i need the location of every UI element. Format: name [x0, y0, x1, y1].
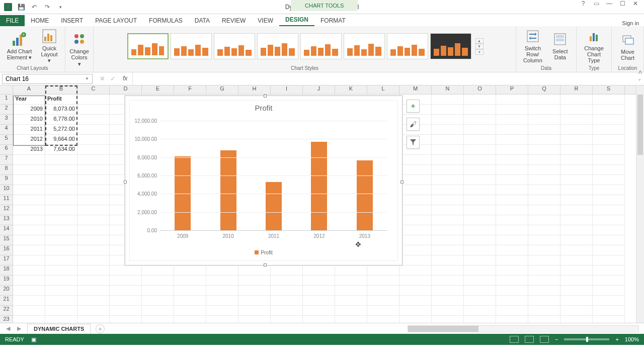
cell[interactable]: [13, 225, 45, 235]
cell[interactable]: [560, 165, 593, 175]
formula-bar-input[interactable]: [132, 72, 635, 85]
cell[interactable]: [367, 265, 399, 276]
switch-row-column-button[interactable]: Switch Row/ Column: [520, 27, 545, 64]
cell[interactable]: [303, 286, 335, 296]
column-header[interactable]: N: [432, 85, 464, 94]
cell[interactable]: [560, 276, 593, 286]
cell[interactable]: [142, 296, 174, 306]
cell[interactable]: [399, 195, 432, 205]
column-header[interactable]: K: [335, 85, 367, 94]
chart-styles-scroll[interactable]: ▲▼▾: [475, 38, 484, 55]
cell[interactable]: [238, 306, 271, 316]
cell[interactable]: [77, 296, 110, 306]
cell[interactable]: [432, 276, 464, 286]
cell[interactable]: [399, 316, 432, 323]
cell[interactable]: [303, 316, 335, 323]
cell[interactable]: [432, 316, 464, 323]
cell[interactable]: 2012: [13, 135, 45, 145]
row-header[interactable]: 6: [0, 145, 13, 155]
row-header[interactable]: 4: [0, 125, 13, 135]
row-header[interactable]: 12: [0, 205, 13, 215]
tab-formulas[interactable]: FORMULAS: [143, 15, 189, 26]
cell[interactable]: [496, 306, 528, 316]
cell[interactable]: [528, 155, 560, 165]
cell[interactable]: [464, 235, 496, 245]
tab-home[interactable]: HOME: [25, 15, 55, 26]
cell[interactable]: [528, 215, 560, 225]
chart-plot-area[interactable]: 20092010201120122013 0.002,000.004,000.0…: [160, 121, 387, 230]
chart-bar[interactable]: [220, 150, 236, 230]
cell[interactable]: [496, 205, 528, 215]
cell[interactable]: [528, 235, 560, 245]
qat-dropdown-icon[interactable]: ▾: [56, 3, 64, 11]
column-header[interactable]: P: [496, 85, 528, 94]
cell[interactable]: [142, 265, 174, 276]
cell[interactable]: [110, 276, 142, 286]
cell[interactable]: [464, 145, 496, 155]
cell[interactable]: [496, 286, 528, 296]
cell[interactable]: [496, 316, 528, 323]
cell[interactable]: [496, 135, 528, 145]
cell[interactable]: [77, 185, 110, 195]
cell[interactable]: [399, 245, 432, 255]
cell[interactable]: [142, 306, 174, 316]
row-header[interactable]: 17: [0, 255, 13, 265]
cell[interactable]: [528, 105, 560, 115]
cell[interactable]: [560, 245, 593, 255]
cell[interactable]: [399, 215, 432, 225]
cell[interactable]: [13, 215, 45, 225]
chart-style-thumbnail[interactable]: [387, 33, 428, 59]
cell[interactable]: [496, 175, 528, 185]
cell[interactable]: [77, 255, 110, 265]
chart-bar[interactable]: [357, 160, 373, 230]
cell[interactable]: [13, 296, 45, 306]
cell[interactable]: [271, 296, 303, 306]
cell[interactable]: [271, 306, 303, 316]
cell[interactable]: [303, 306, 335, 316]
cell[interactable]: [45, 276, 77, 286]
cell[interactable]: [593, 225, 625, 235]
cell[interactable]: [593, 185, 625, 195]
cell[interactable]: [528, 205, 560, 215]
formula-bar-expand-icon[interactable]: ⌄: [635, 76, 644, 81]
cell[interactable]: [45, 165, 77, 175]
cell[interactable]: [528, 175, 560, 185]
cell[interactable]: [464, 316, 496, 323]
cell[interactable]: [206, 306, 238, 316]
column-header[interactable]: O: [464, 85, 496, 94]
cell[interactable]: [77, 145, 110, 155]
column-header[interactable]: S: [593, 85, 625, 94]
cell[interactable]: [528, 225, 560, 235]
cell[interactable]: [528, 286, 560, 296]
cell[interactable]: [496, 265, 528, 276]
tab-design[interactable]: DESIGN: [279, 14, 314, 26]
cell[interactable]: [496, 115, 528, 125]
cell[interactable]: [593, 155, 625, 165]
cell[interactable]: [13, 165, 45, 175]
cell[interactable]: 2010: [13, 115, 45, 125]
cell[interactable]: [399, 306, 432, 316]
sheet-nav-next-icon[interactable]: ▶: [17, 325, 21, 332]
cell[interactable]: [238, 265, 271, 276]
cell[interactable]: [528, 296, 560, 306]
cell[interactable]: [367, 276, 399, 286]
cell[interactable]: [432, 145, 464, 155]
sheet-nav-prev-icon[interactable]: ◀: [6, 325, 10, 332]
cell[interactable]: [77, 286, 110, 296]
save-icon[interactable]: 💾: [17, 3, 25, 11]
sheet-tab-dynamic-charts[interactable]: DYNAMIC CHARTS: [27, 324, 91, 333]
cell[interactable]: [45, 265, 77, 276]
cell[interactable]: 9,664.00: [45, 135, 77, 145]
macro-record-icon[interactable]: ▣: [31, 336, 36, 343]
cell[interactable]: [496, 235, 528, 245]
cell[interactable]: [464, 286, 496, 296]
row-header[interactable]: 8: [0, 165, 13, 175]
cell[interactable]: [464, 195, 496, 205]
cell[interactable]: [77, 276, 110, 286]
cell[interactable]: [77, 95, 110, 105]
cell[interactable]: [464, 255, 496, 265]
cell[interactable]: [432, 296, 464, 306]
cell[interactable]: [593, 175, 625, 185]
cell[interactable]: [77, 115, 110, 125]
cell[interactable]: [593, 195, 625, 205]
